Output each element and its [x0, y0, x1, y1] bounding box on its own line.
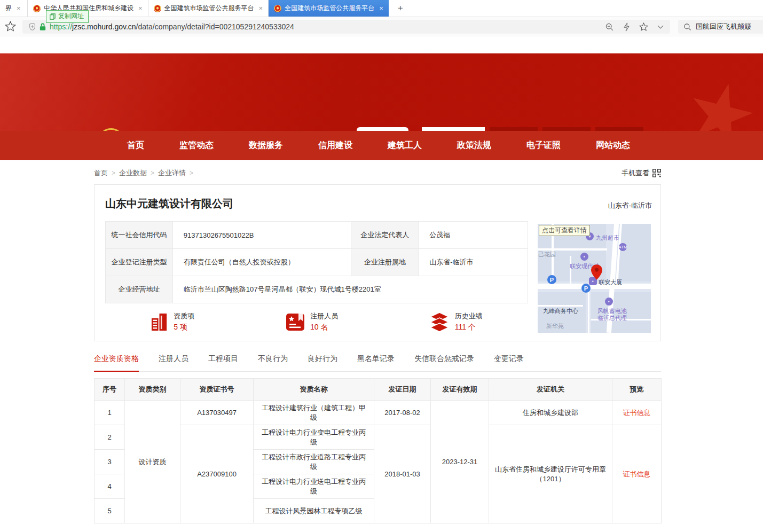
search-category-tabs: 建设工程企业 从业人员 建设项目 诚信记录 [422, 127, 661, 131]
cell-issue-date: 2018-01-03 [374, 425, 431, 523]
info-label: 企业登记注册类型 [106, 249, 173, 276]
detail-tabs: 企业资质资格 注册人员 工程项目 不良行为 良好行为 黑名单记录 失信联合惩戒记… [94, 354, 661, 372]
cell-qual-name: 工程设计建筑行业（建筑工程）甲级 [254, 401, 374, 425]
favorite-star-icon[interactable] [639, 22, 648, 32]
cell-preview: 证书信息 [612, 401, 662, 425]
stat-value: 5 项 [174, 323, 194, 332]
stat-historical-projects[interactable]: 历史业绩 111 个 [429, 311, 483, 332]
info-value-legal-rep: 公茂福 [419, 222, 528, 249]
map-poi-supermarket: 九州超市 [596, 234, 619, 242]
building-icon [151, 312, 168, 332]
col-header-preview: 预览 [612, 379, 662, 401]
url-domain: jzsc.mohurd.gov.cn [72, 22, 136, 31]
stat-label: 注册人员 [310, 311, 338, 321]
tab-projects[interactable]: 工程项目 [208, 354, 238, 371]
nav-item-credit[interactable]: 信用建设 [318, 140, 352, 151]
cert-info-link[interactable]: 证书信息 [623, 470, 651, 478]
layers-icon [429, 312, 450, 332]
cell-issue-date: 2017-08-02 [374, 401, 431, 425]
nav-item-site-news[interactable]: 网站动态 [596, 140, 630, 151]
address-bar-input[interactable]: https://jzsc.mohurd.gov.cn/data/company/… [22, 20, 670, 34]
shield-icon[interactable] [29, 22, 36, 31]
table-row: 统一社会信用代码 91371302675501022B 企业法定代表人 公茂福 [106, 222, 528, 249]
tab-qualifications[interactable]: 企业资质资格 [94, 354, 139, 372]
tab-close-icon[interactable]: × [259, 5, 263, 12]
map-poi-jiufeng: 九峰商务中心 [543, 307, 578, 315]
nav-item-home[interactable]: 首页 [127, 140, 144, 151]
col-header-category: 资质类别 [125, 379, 180, 401]
emblem-favicon-icon [33, 5, 41, 12]
lightning-icon[interactable] [623, 22, 630, 32]
company-name: 山东中元建筑设计有限公司 [105, 197, 233, 211]
search-tab-credit[interactable]: 诚信记录 [595, 127, 643, 131]
breadcrumb-home[interactable]: 首页 [94, 168, 108, 178]
company-info-table: 统一社会信用代码 91371302675501022B 企业法定代表人 公茂福 … [105, 221, 528, 303]
stat-qualifications[interactable]: 资质项 5 项 [151, 311, 194, 332]
map-poi-battery-2: 临沂总代理 [597, 314, 627, 322]
cell-category: 设计资质 [125, 401, 180, 523]
company-location-pin[interactable] [591, 264, 602, 282]
copy-url-tooltip: 复制网址 [46, 10, 89, 23]
tab-registered-personnel[interactable]: 注册人员 [159, 354, 188, 371]
stat-label: 资质项 [174, 311, 194, 321]
stat-value: 111 个 [455, 323, 483, 332]
url-scheme: https:// [50, 22, 72, 31]
info-label: 统一社会信用代码 [106, 222, 173, 249]
certificate-icon [286, 313, 305, 331]
cell-no: 4 [95, 474, 125, 499]
breadcrumb-company-detail[interactable]: 企业详情 [158, 168, 186, 178]
tab-close-icon[interactable]: × [138, 5, 143, 12]
company-location-map[interactable]: 点击可查看详情 ▾ 九州超市 ATM 己花园 ▪ 联安现代城 ▪ 联安大厦 P … [538, 224, 651, 333]
search-tab-personnel[interactable]: 从业人员 [490, 127, 538, 131]
mobile-view-link[interactable]: 手机查看 [622, 168, 661, 178]
browser-tab-jzsc-1[interactable]: 全国建筑市场监管公共服务平台 × [148, 0, 269, 17]
nav-item-data-service[interactable]: 数据服务 [249, 140, 283, 151]
atm-pin-icon: ATM [619, 243, 627, 251]
tab-blacklist[interactable]: 黑名单记录 [357, 354, 395, 371]
cell-preview: 证书信息 [612, 425, 662, 523]
browser-url-bar: https://jzsc.mohurd.gov.cn/data/company/… [0, 17, 763, 36]
nav-item-workers[interactable]: 建筑工人 [388, 140, 422, 151]
address-bar-actions [605, 22, 664, 32]
new-tab-button[interactable]: ＋ [389, 0, 412, 17]
breadcrumb-separator: > [190, 169, 193, 177]
stat-registered-personnel[interactable]: 注册人员 10 名 [286, 311, 338, 332]
https-lock-icon [40, 22, 46, 31]
tab-good-behavior[interactable]: 良好行为 [308, 354, 337, 371]
cell-authority: 住房和城乡建设部 [489, 401, 612, 425]
nav-item-elicense[interactable]: 电子证照 [526, 140, 561, 151]
battery-pin-icon: ▪ [605, 298, 613, 306]
search-tab-enterprise[interactable]: 建设工程企业 [422, 127, 485, 131]
tab-dishonesty-records[interactable]: 失信联合惩戒记录 [414, 354, 474, 371]
tab-close-icon[interactable]: × [379, 5, 383, 12]
breadcrumb-row: 首页 > 企业数据 > 企业详情 > 手机查看 [94, 168, 661, 178]
table-row: 企业经营地址 临沂市兰山区陶然路107号星河晶都（联安）现代城1号楼2201室 [106, 276, 528, 303]
cell-qual-name: 工程设计风景园林工程专项乙级 [254, 499, 374, 523]
site-nav: 首页 监管动态 数据服务 信用建设 建筑工人 政策法规 电子证照 网站动态 [0, 131, 763, 160]
tab-title: 全国建筑市场监管公共服务平台 [164, 4, 254, 13]
qualification-table: 序号 资质类别 资质证书号 资质名称 发证日期 发证有效期 发证机关 预览 1 … [94, 378, 662, 523]
nav-item-supervision[interactable]: 监管动态 [179, 140, 214, 151]
browser-tab-partial[interactable]: 界 × [0, 0, 28, 17]
chevron-down-icon[interactable] [657, 25, 664, 29]
breadcrumb-company-data[interactable]: 企业数据 [119, 168, 147, 178]
zoom-out-icon[interactable] [605, 22, 614, 32]
search-tab-project[interactable]: 建设项目 [542, 127, 591, 131]
tab-close-icon[interactable]: × [17, 5, 21, 12]
nav-item-policy[interactable]: 政策法规 [457, 140, 491, 151]
tab-change-records[interactable]: 变更记录 [494, 354, 524, 371]
cell-validity: 2023-12-31 [431, 401, 489, 523]
header-decor-star [682, 76, 759, 131]
map-poi-garden: 己花园 [538, 251, 556, 259]
browser-tab-bar: 界 × 中华人民共和国住房和城乡建设 × 全国建筑市场监管公共服务平台 × 全国… [0, 0, 763, 17]
cell-no: 5 [95, 499, 125, 523]
cert-info-link[interactable]: 证书信息 [623, 409, 651, 417]
browser-quick-search[interactable]: 国航回应飞机颠簸 [678, 20, 763, 34]
table-header-row: 序号 资质类别 资质证书号 资质名称 发证日期 发证有效期 发证机关 预览 [95, 379, 662, 401]
tab-bad-behavior[interactable]: 不良行为 [258, 354, 288, 371]
browser-tab-jzsc-active[interactable]: 全国建筑市场监管公共服务平台 × [269, 0, 389, 17]
url-path: /data/company/detail?id=0021052912405330… [136, 22, 294, 31]
cell-cert-no: A137030497 [180, 401, 254, 425]
table-row: 企业登记注册类型 有限责任公司（自然人投资或控股） 企业注册属地 山东省-临沂市 [106, 249, 528, 276]
bookmark-star-icon[interactable] [5, 21, 16, 34]
